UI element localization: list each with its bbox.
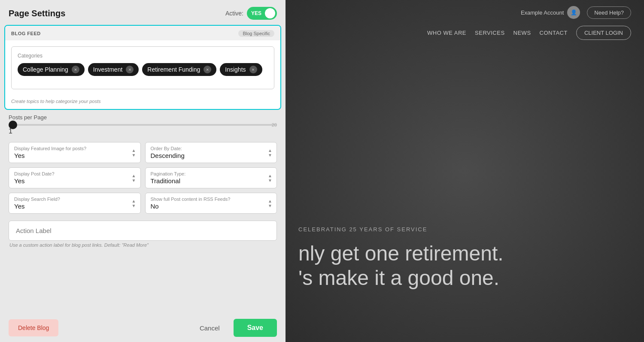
dropdown-value-display-featured-image: Yes: [14, 152, 135, 159]
tag-investment[interactable]: Investment×: [88, 63, 139, 76]
hero-line1: nly get one retirement.: [298, 241, 631, 266]
dropdown-arrows-display-featured-image: ▲▼: [132, 148, 136, 157]
bg-image-overlay: [286, 0, 644, 342]
action-label-input[interactable]: [9, 221, 277, 241]
nav-item-news[interactable]: NEWS: [513, 30, 531, 36]
active-toggle[interactable]: YES: [247, 7, 277, 20]
right-buttons: Cancel Save: [193, 319, 277, 337]
tag-label-college-planning: College Planning: [23, 66, 68, 73]
hero-line2: 's make it a good one.: [298, 266, 631, 291]
dropdown-display-post-date[interactable]: Display Post Date? Yes ▲▼: [9, 167, 141, 188]
website-hero: CELEBRATING 25 YEARS OF SERVICE nly get …: [298, 226, 631, 291]
account-area: Example Account 👤: [521, 6, 580, 19]
dropdown-arrows-display-search-field: ▲▼: [132, 199, 136, 208]
dropdown-arrows-order-by-date: ▲▼: [268, 148, 272, 157]
posts-per-page-label: Posts per Page: [9, 114, 277, 121]
categories-label: Categories: [18, 53, 268, 59]
dropdown-label-order-by-date: Order By Date:: [151, 146, 272, 151]
dropdown-arrows-show-full-post-content: ▲▼: [268, 199, 272, 208]
website-preview: Example Account 👤 Need Help? WHO WE ARE …: [286, 0, 644, 342]
tags-row: College Planning×Investment×Retirement F…: [18, 63, 268, 76]
dropdown-value-order-by-date: Descending: [151, 152, 272, 159]
action-label-section: Use a custom action label for blog post …: [0, 217, 286, 251]
dropdown-show-full-post-content[interactable]: Show full Post content in RSS Feeds? No …: [145, 193, 277, 214]
blog-specific-badge: Blog Specific: [238, 30, 274, 37]
delete-blog-button[interactable]: Delete Blog: [9, 319, 58, 336]
need-help-button[interactable]: Need Help?: [587, 6, 631, 19]
client-login-button[interactable]: CLIENT LOGIN: [576, 26, 631, 40]
dropdown-value-display-post-date: Yes: [14, 177, 135, 185]
nav-item-who-we-are[interactable]: WHO WE ARE: [427, 30, 466, 36]
dropdown-pagination-type[interactable]: Pagination Type: Traditional ▲▼: [145, 167, 277, 188]
nav-item-services[interactable]: SERVICES: [475, 30, 505, 36]
dropdown-label-pagination-type: Pagination Type:: [151, 171, 272, 176]
dropdown-value-pagination-type: Traditional: [151, 177, 272, 185]
tag-retirement-funding[interactable]: Retirement Funding×: [142, 63, 216, 76]
categories-box: Categories College Planning×Investment×R…: [11, 46, 274, 89]
hero-headline: nly get one retirement. 's make it a goo…: [298, 241, 631, 291]
tag-remove-college-planning[interactable]: ×: [72, 66, 79, 73]
toggle-circle: [265, 8, 275, 18]
active-label: Active:: [225, 10, 243, 17]
blog-feed-section: BLOG FEED Blog Specific Categories Colle…: [4, 25, 281, 110]
slider-max-label: 20: [272, 122, 277, 127]
tag-remove-investment[interactable]: ×: [126, 66, 134, 73]
save-button[interactable]: Save: [234, 319, 277, 337]
website-nav: WHO WE ARE SERVICES NEWS CONTACT CLIENT …: [427, 26, 631, 40]
dropdown-arrows-display-post-date: ▲▼: [132, 173, 136, 183]
cancel-button[interactable]: Cancel: [193, 320, 227, 336]
dropdown-label-display-search-field: Display Search Field?: [14, 197, 135, 202]
tag-college-planning[interactable]: College Planning×: [18, 63, 85, 76]
dropdown-value-display-search-field: Yes: [14, 203, 135, 210]
blog-feed-header: BLOG FEED Blog Specific: [5, 26, 280, 40]
active-row: Active: YES: [225, 7, 277, 20]
posts-per-page-section: Posts per Page 20 1: [0, 110, 286, 139]
panel-title: Page Settings: [9, 9, 65, 18]
blog-feed-title: BLOG FEED: [11, 31, 41, 36]
tag-insights[interactable]: Insights×: [220, 63, 262, 76]
tag-remove-retirement-funding[interactable]: ×: [204, 66, 211, 73]
tag-label-insights: Insights: [225, 66, 246, 73]
panel-header: Page Settings Active: YES: [0, 0, 286, 25]
dropdown-order-by-date[interactable]: Order By Date: Descending ▲▼: [145, 142, 277, 163]
action-label-hint: Use a custom action label for blog post …: [9, 241, 277, 249]
bottom-bar: Delete Blog Cancel Save: [0, 314, 286, 342]
settings-panel: Page Settings Active: YES BLOG FEED Blog…: [0, 0, 286, 342]
tag-label-retirement-funding: Retirement Funding: [147, 66, 200, 73]
hero-subtitle: CELEBRATING 25 YEARS OF SERVICE: [298, 226, 631, 233]
posts-per-page-slider[interactable]: [9, 124, 277, 126]
tag-label-investment: Investment: [93, 66, 122, 73]
account-name: Example Account: [521, 9, 564, 16]
dropdown-arrows-pagination-type: ▲▼: [268, 173, 272, 183]
dropdown-display-featured-image[interactable]: Display Featured Image for posts? Yes ▲▼: [9, 142, 141, 163]
toggle-yes-label: YES: [251, 10, 261, 16]
dropdown-label-display-post-date: Display Post Date?: [14, 171, 135, 176]
dropdown-display-search-field[interactable]: Display Search Field? Yes ▲▼: [9, 193, 141, 214]
website-topbar: Example Account 👤 Need Help?: [286, 0, 644, 25]
account-avatar: 👤: [567, 6, 580, 19]
tag-remove-insights[interactable]: ×: [249, 66, 257, 73]
categories-hint: Create topics to help categorize your po…: [5, 95, 280, 109]
nav-item-contact[interactable]: CONTACT: [540, 30, 568, 36]
dropdown-label-display-featured-image: Display Featured Image for posts?: [14, 146, 135, 151]
dropdown-value-show-full-post-content: No: [151, 203, 272, 210]
dropdowns-grid: Display Featured Image for posts? Yes ▲▼…: [0, 139, 286, 217]
dropdown-label-show-full-post-content: Show full Post content in RSS Feeds?: [151, 197, 272, 202]
